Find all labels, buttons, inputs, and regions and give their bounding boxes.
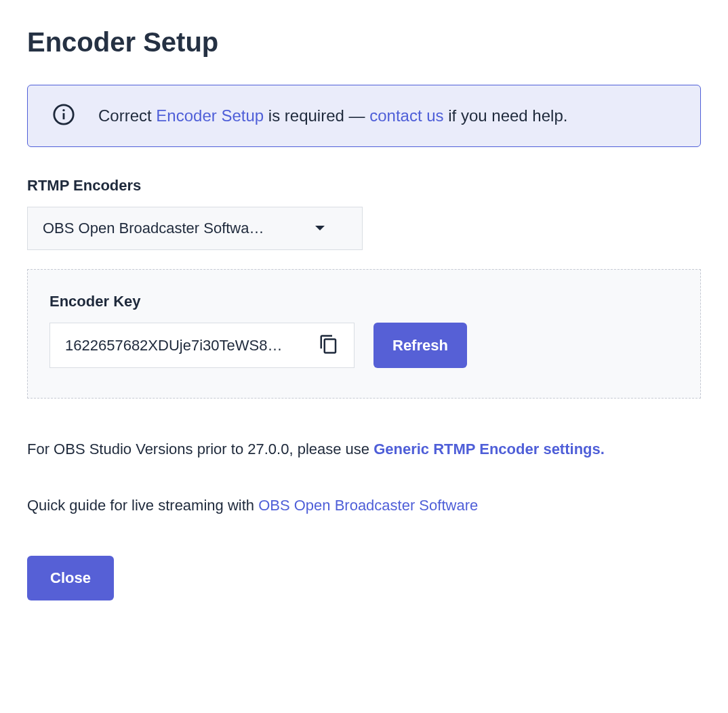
encoder-setup-link[interactable]: Encoder Setup xyxy=(156,106,264,125)
quick-guide-note: Quick guide for live streaming with OBS … xyxy=(27,494,701,516)
rtmp-encoders-label: RTMP Encoders xyxy=(27,177,701,195)
copy-key-button[interactable] xyxy=(316,331,342,359)
obs-version-note: For OBS Studio Versions prior to 27.0.0,… xyxy=(27,438,701,460)
encoder-key-row: 1622657682XDUje7i30TeWS8… Refresh xyxy=(49,323,679,368)
info-banner-text: Correct Encoder Setup is required — cont… xyxy=(98,106,567,125)
rtmp-encoder-select-wrapper: OBS Open Broadcaster Softwa… xyxy=(27,207,363,250)
obs-guide-link[interactable]: OBS Open Broadcaster Software xyxy=(258,497,478,514)
close-button[interactable]: Close xyxy=(27,556,114,600)
encoder-key-panel: Encoder Key 1622657682XDUje7i30TeWS8… Re… xyxy=(27,269,701,399)
banner-mid: is required — xyxy=(264,106,369,125)
info-icon xyxy=(52,103,75,129)
rtmp-encoder-select[interactable]: OBS Open Broadcaster Softwa… xyxy=(27,207,363,250)
note2-prefix: Quick guide for live streaming with xyxy=(27,497,258,514)
banner-prefix: Correct xyxy=(98,106,156,125)
encoder-key-label: Encoder Key xyxy=(49,293,679,310)
encoder-key-field: 1622657682XDUje7i30TeWS8… xyxy=(49,323,355,368)
encoder-key-value: 1622657682XDUje7i30TeWS8… xyxy=(65,337,308,354)
page-title: Encoder Setup xyxy=(27,27,701,58)
copy-icon xyxy=(319,334,339,356)
contact-us-link[interactable]: contact us xyxy=(369,106,443,125)
generic-rtmp-link[interactable]: Generic RTMP Encoder settings. xyxy=(373,441,605,457)
svg-point-2 xyxy=(62,109,64,111)
banner-suffix: if you need help. xyxy=(444,106,568,125)
refresh-button[interactable]: Refresh xyxy=(373,323,467,368)
note1-prefix: For OBS Studio Versions prior to 27.0.0,… xyxy=(27,441,373,457)
info-banner: Correct Encoder Setup is required — cont… xyxy=(27,85,701,147)
